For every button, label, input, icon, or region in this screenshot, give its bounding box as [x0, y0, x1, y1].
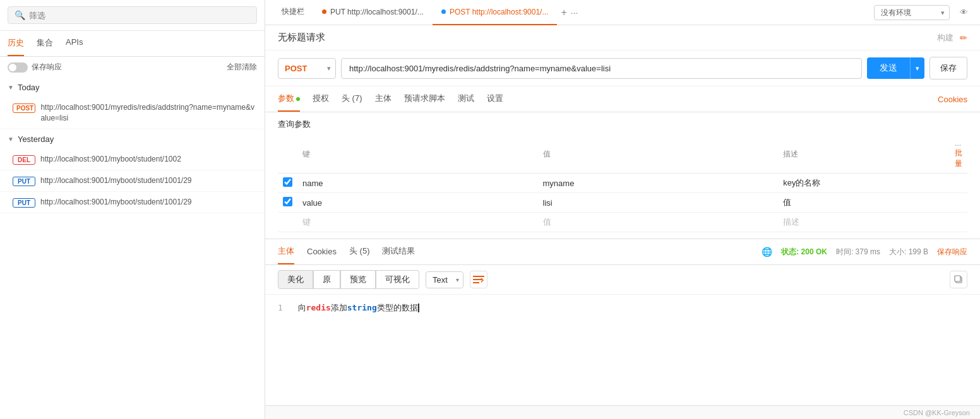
url-bar: POST GET PUT DELETE 发送 ▾ 保存 [265, 50, 980, 86]
params-dot [296, 97, 300, 101]
sidebar-search-area: 🔍 [0, 0, 265, 31]
more-tabs-button[interactable]: ··· [571, 8, 578, 18]
send-dropdown-button[interactable]: ▾ [910, 57, 924, 79]
param-more-1 [950, 193, 967, 213]
sidebar-history-list: ▼ Today POST http://localhost:9001/myred… [0, 78, 265, 419]
param-key-0: name [302, 179, 323, 188]
format-beautify[interactable]: 美化 [278, 270, 313, 289]
resp-tab-tests[interactable]: 测试结果 [382, 239, 415, 264]
text-select[interactable]: Text [426, 271, 463, 288]
query-params-section: 查询参数 键 值 描述 ... 批量 name mynam [265, 112, 980, 239]
eye-button[interactable]: 👁 [955, 4, 972, 21]
resp-tab-body[interactable]: 主体 [278, 239, 294, 264]
col-key: 键 [297, 135, 538, 174]
resp-time: 时间: 379 ms [836, 247, 880, 257]
svg-rect-1 [473, 279, 482, 280]
send-button[interactable]: 发送 [867, 57, 910, 79]
save-response-button[interactable]: 保存响应 [937, 247, 967, 257]
format-raw[interactable]: 原 [313, 270, 340, 289]
param-val-0: myname [543, 179, 575, 188]
item-url: http://localhost:9001/myboot/student/100… [40, 197, 192, 208]
sidebar-tab-history[interactable]: 历史 [8, 31, 24, 56]
list-item[interactable]: POST http://localhost:9001/myredis/redis… [0, 97, 265, 129]
request-title-bar: 无标题请求 构建 ✏ [265, 25, 980, 50]
group-yesterday[interactable]: ▼ Yesterday [0, 129, 265, 149]
cookies-link[interactable]: Cookies [938, 95, 967, 104]
tab-post[interactable]: POST http://localhost:9001/... [433, 0, 558, 25]
tab-settings[interactable]: 设置 [487, 86, 503, 112]
group-today-label: Today [18, 83, 40, 92]
edit-icon[interactable]: ✏ [960, 33, 967, 43]
tab-shortcut[interactable]: 快捷栏 [273, 0, 313, 25]
url-input[interactable] [341, 58, 862, 79]
wrap-icon[interactable] [470, 271, 487, 288]
list-item[interactable]: DEL http://localhost:9001/myboot/student… [0, 149, 265, 170]
build-label[interactable]: 构建 [937, 32, 953, 44]
resp-status: 状态: 200 OK [781, 247, 827, 257]
tab-prerequest[interactable]: 预请求脚本 [404, 86, 445, 112]
format-preview[interactable]: 预览 [340, 270, 376, 289]
list-item[interactable]: PUT http://localhost:9001/myboot/student… [0, 170, 265, 192]
resp-body-text: 向redis添加string类型的数据 [298, 303, 419, 312]
tab-body[interactable]: 主体 [375, 86, 391, 112]
col-more: ... 批量 [950, 135, 967, 174]
title-actions: 构建 ✏ [937, 32, 967, 44]
param-row-empty: 键 值 描述 [278, 213, 967, 232]
sidebar: 🔍 历史 集合 APIs 保存响应 全部清除 ▼ Today POST http… [0, 0, 265, 419]
env-area: 没有环境 👁 [874, 4, 972, 21]
resp-tab-cookies[interactable]: Cookies [307, 240, 337, 264]
param-desc-0: key的名称 [783, 178, 820, 187]
tab-put[interactable]: PUT http://localhost:9001/... [313, 0, 433, 25]
param-key-placeholder: 键 [302, 217, 311, 227]
sidebar-tab-collection[interactable]: 集合 [37, 31, 53, 56]
save-response-toggle[interactable] [8, 62, 28, 73]
query-title: 查询参数 [278, 119, 967, 130]
method-badge-put2: PUT [13, 198, 35, 208]
tab-params[interactable]: 参数 [278, 86, 300, 112]
highlight-redis: redis [306, 303, 331, 312]
svg-rect-2 [473, 282, 479, 283]
list-item[interactable]: PUT http://localhost:9001/myboot/student… [0, 192, 265, 213]
param-desc-1: 值 [783, 198, 791, 207]
tab-put-label: PUT http://localhost:9001/... [330, 8, 424, 16]
method-select[interactable]: POST GET PUT DELETE [278, 58, 336, 79]
param-check-0[interactable] [283, 177, 292, 187]
param-check-1[interactable] [283, 197, 292, 206]
resp-tab-headers[interactable]: 头 (5) [349, 239, 370, 264]
send-button-group: 发送 ▾ [867, 57, 924, 79]
sidebar-tab-apis[interactable]: APIs [66, 31, 83, 56]
batch-button[interactable]: 批量 [955, 148, 962, 168]
param-more-0 [950, 174, 967, 193]
method-badge-post: POST [13, 103, 35, 113]
copy-icon[interactable] [950, 271, 967, 288]
footer-text: CSDN @KK-Greyson [904, 409, 970, 416]
search-box[interactable]: 🔍 [8, 6, 257, 24]
response-tabs-bar: 主体 Cookies 头 (5) 测试结果 🌐 状态: 200 OK 时间: 3… [265, 239, 980, 265]
param-row-1: value lisi 值 [278, 193, 967, 213]
format-visualize[interactable]: 可视化 [376, 270, 419, 289]
item-url: http://localhost:9001/myboot/student/100… [40, 175, 192, 186]
globe-icon: 🌐 [762, 247, 772, 257]
tab-shortcut-label: 快捷栏 [282, 6, 304, 17]
group-yesterday-arrow: ▼ [8, 136, 14, 143]
env-select-wrap: 没有环境 [874, 5, 950, 20]
tab-tests[interactable]: 测试 [458, 86, 474, 112]
resp-body: 1 向redis添加string类型的数据 [265, 295, 980, 405]
search-icon: 🔍 [15, 10, 25, 20]
save-button[interactable]: 保存 [929, 57, 967, 80]
tab-auth[interactable]: 授权 [313, 86, 329, 112]
add-tab-button[interactable]: + [557, 7, 570, 18]
method-select-wrap: POST GET PUT DELETE [278, 58, 336, 79]
group-today[interactable]: ▼ Today [0, 78, 265, 97]
sidebar-tabs: 历史 集合 APIs [0, 31, 265, 57]
env-select[interactable]: 没有环境 [874, 5, 950, 20]
resp-toolbar: 美化 原 预览 可视化 Text [265, 265, 980, 295]
clear-all-button[interactable]: 全部清除 [227, 62, 257, 73]
tab-headers[interactable]: 头 (7) [342, 86, 362, 112]
tab-post-label: POST http://localhost:9001/... [450, 8, 549, 16]
tab-post-dot [441, 9, 446, 14]
search-input[interactable] [29, 11, 250, 20]
line-number-1: 1 [278, 303, 283, 312]
col-desc: 描述 [778, 135, 950, 174]
response-section: 主体 Cookies 头 (5) 测试结果 🌐 状态: 200 OK 时间: 3… [265, 239, 980, 405]
